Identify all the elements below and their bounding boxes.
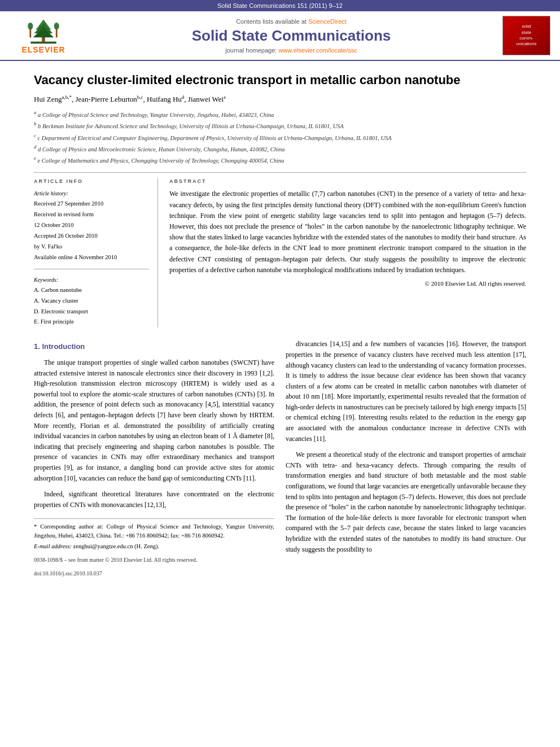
email-label: E-mail address: bbox=[34, 543, 72, 549]
article-info-column: Article Info Article history: Received 2… bbox=[34, 178, 158, 327]
contents-available-label: Contents lists available at bbox=[236, 18, 307, 25]
affiliation-b: b b Beckman Institute for Advanced Scien… bbox=[34, 120, 526, 131]
doi-line: doi:10.1016/j.ssc.2010.10.037 bbox=[34, 569, 274, 578]
affiliation-c: c c Department of Electrical and Compute… bbox=[34, 132, 526, 143]
author-separator-3: , Jianwei Wei bbox=[184, 95, 224, 103]
article-info-abstract-row: Article Info Article history: Received 2… bbox=[34, 178, 526, 327]
homepage-label: journal homepage: bbox=[225, 47, 277, 54]
cover-text: solidstatecomm-unications bbox=[514, 22, 538, 49]
keywords-block: Keywords: A. Carbon nanotube A. Vacancy … bbox=[34, 275, 149, 328]
keyword-2: A. Vacancy cluster bbox=[34, 296, 149, 307]
email-address: zenghui@yangtze.edu.cn (H. Zeng). bbox=[73, 543, 160, 549]
affiliation-a: a a College of Physical Science and Tech… bbox=[34, 108, 526, 120]
keyword-4: E. First principle bbox=[34, 317, 149, 327]
history-label: Article history: bbox=[34, 189, 149, 199]
author-sup-2: b,c bbox=[137, 94, 143, 100]
elsevier-brand-text: ELSEVIER bbox=[21, 45, 65, 54]
elsevier-logo: ELSEVIER bbox=[21, 17, 65, 54]
right-para-2: We present a theoretical study of the el… bbox=[286, 449, 526, 554]
article-history-block: Article history: Received 27 September 2… bbox=[34, 189, 149, 263]
keyword-3: D. Electronic transport bbox=[34, 307, 149, 317]
affiliations-block: a a College of Physical Science and Tech… bbox=[34, 108, 526, 165]
intro-para-1: The unique transport properties of singl… bbox=[34, 357, 274, 483]
keywords-label: Keywords: bbox=[34, 275, 149, 285]
body-left-column: 1. Introduction The unique transport pro… bbox=[34, 339, 274, 578]
affiliation-e: e e College of Mathematics and Physics, … bbox=[34, 154, 526, 165]
received-date: Received 27 September 2010 bbox=[34, 199, 149, 209]
author-separator-1: , Jean-Pierre Leburton bbox=[72, 95, 137, 103]
body-columns: 1. Introduction The unique transport pro… bbox=[34, 339, 526, 578]
article-title: Vacancy cluster-limited electronic trans… bbox=[34, 72, 526, 89]
sciencedirect-line: Contents lists available at ScienceDirec… bbox=[86, 18, 497, 25]
author-sup-1: a,b,* bbox=[62, 94, 72, 100]
right-para-1: divacancies [14,15] and a few numbers of… bbox=[286, 339, 526, 444]
journal-cover-area: solidstatecomm-unications bbox=[502, 16, 553, 55]
author-sup-4: e bbox=[224, 94, 226, 100]
accepted-date: Accepted 26 October 2010 bbox=[34, 231, 149, 242]
article-info-label: Article Info bbox=[34, 178, 149, 184]
info-divider bbox=[34, 269, 149, 269]
body-right-column: divacancies [14,15] and a few numbers of… bbox=[286, 339, 526, 578]
author-separator-2: , Huifang Hu bbox=[143, 95, 182, 103]
copyright-notice: © 2010 Elsevier Ltd. All rights reserved… bbox=[169, 280, 526, 287]
publisher-logo-area: ELSEVIER bbox=[7, 17, 80, 54]
author-hui-zeng: Hui Zeng bbox=[34, 95, 62, 103]
abstract-label: Abstract bbox=[169, 178, 526, 184]
journal-cover-image: solidstatecomm-unications bbox=[502, 16, 550, 55]
journal-citation-text: Solid State Communications 151 (2011) 9–… bbox=[217, 2, 343, 9]
journal-title: Solid State Communications bbox=[86, 27, 497, 45]
received-revised-label: Received in revised form bbox=[34, 209, 149, 220]
elsevier-tree-icon bbox=[27, 17, 60, 45]
sciencedirect-link[interactable]: ScienceDirect bbox=[308, 18, 347, 25]
main-content-area: Vacancy cluster-limited electronic trans… bbox=[0, 61, 560, 589]
introduction-heading: 1. Introduction bbox=[34, 341, 274, 353]
abstract-column: Abstract We investigate the electronic p… bbox=[169, 178, 526, 327]
corresponding-author-note: * Corresponding author at: College of Ph… bbox=[34, 522, 274, 540]
affiliation-d: d d College of Physics and Mircoelectron… bbox=[34, 143, 526, 154]
issn-line: 0038-1098/$ – see front matter © 2010 El… bbox=[34, 556, 274, 565]
accepted-by: by V. Fal'ko bbox=[34, 242, 149, 252]
header-divider bbox=[34, 172, 526, 173]
intro-para-2: Indeed, significant theoretical literatu… bbox=[34, 489, 274, 510]
available-date: Available online 4 November 2010 bbox=[34, 252, 149, 263]
authors-line: Hui Zenga,b,*, Jean-Pierre Leburtonb,c, … bbox=[34, 94, 526, 104]
abstract-text: We investigate the electronic properties… bbox=[169, 189, 526, 276]
journal-citation-bar: Solid State Communications 151 (2011) 9–… bbox=[0, 0, 560, 11]
svg-point-8 bbox=[54, 23, 59, 30]
keyword-1: A. Carbon nanotube bbox=[34, 285, 149, 296]
journal-header: ELSEVIER Contents lists available at Sci… bbox=[0, 11, 560, 61]
svg-point-7 bbox=[28, 23, 33, 30]
revised-date: 12 October 2010 bbox=[34, 220, 149, 231]
homepage-link[interactable]: www.elsevier.com/locate/ssc bbox=[278, 47, 357, 54]
journal-title-area: Contents lists available at ScienceDirec… bbox=[86, 18, 497, 54]
footnotes-block: * Corresponding author at: College of Ph… bbox=[34, 518, 274, 578]
homepage-line: journal homepage: www.elsevier.com/locat… bbox=[86, 47, 497, 54]
email-note: E-mail address: zenghui@yangtze.edu.cn (… bbox=[34, 542, 274, 551]
